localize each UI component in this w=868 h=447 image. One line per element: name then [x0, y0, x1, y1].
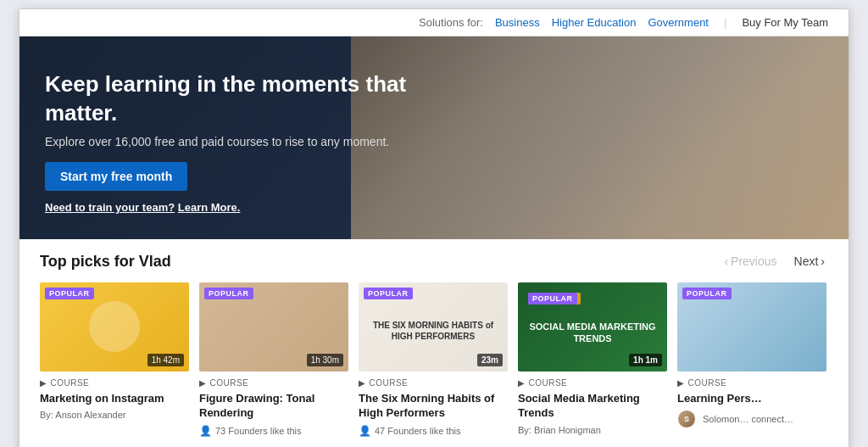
play-icon-3: ▶ [359, 378, 366, 388]
course-thumb-4: FEATURED POPULAR SOCIAL MEDIA MARKETING … [518, 282, 667, 372]
hero-train-text: Need to train your team? [45, 201, 175, 214]
course-author-text-3: 47 Founders like this [375, 426, 461, 436]
course-title-5: Learning Pers… [677, 391, 826, 406]
course-type-2: ▶ COURSE [199, 378, 348, 388]
person-icon-2: 👤 [199, 425, 212, 437]
course-author-text-4: By: Brian Honigman [518, 425, 601, 435]
person-icon-3: 👤 [359, 425, 371, 437]
nav-link-business[interactable]: Business [492, 16, 543, 29]
play-icon-5: ▶ [677, 378, 685, 388]
hero-banner: Keep learning in the moments that matter… [19, 36, 849, 239]
duration-3: 23m [477, 354, 503, 366]
course-author-text-1: By: Anson Alexander [40, 410, 126, 420]
course-type-3: ▶ COURSE [359, 378, 508, 388]
popular-badge-1: POPULAR [45, 288, 94, 299]
hero-cta-button[interactable]: Start my free month [45, 162, 187, 191]
hero-learn-more-link[interactable]: Learn More. [178, 201, 241, 214]
nav-buy-link[interactable]: Buy For My Team [738, 16, 832, 29]
course-type-label-5: COURSE [688, 378, 727, 388]
browser-frame: Solutions for: Business Higher Education… [19, 8, 849, 447]
course-type-label-3: COURSE [370, 378, 409, 388]
play-icon-4: ▶ [518, 378, 526, 388]
popular-badge-4: POPULAR [528, 293, 577, 305]
course-author-1: By: Anson Alexander [40, 410, 189, 420]
top-picks-title: Top picks for Vlad [40, 253, 171, 271]
course-author-3: 👤 47 Founders like this [359, 425, 508, 437]
top-picks-next-button[interactable]: Next › [791, 253, 828, 270]
course-type-label-4: COURSE [529, 378, 568, 388]
solutions-label: Solutions for: [419, 16, 483, 29]
course-author-2: 👤 73 Founders like this [199, 425, 348, 437]
course-thumb-1: POPULAR 1h 42m [40, 282, 189, 372]
next-label: Next [794, 254, 819, 268]
thumb-text-4: SOCIAL MEDIA MARKETING TRENDS [523, 309, 662, 345]
play-icon-2: ▶ [199, 378, 207, 388]
course-title-3: The Six Morning Habits of High Performer… [359, 391, 508, 421]
top-picks-prev-button[interactable]: ‹ Previous [721, 253, 780, 270]
hero-subtext: Explore over 16,000 free and paid course… [45, 135, 435, 148]
popular-badge-5: POPULAR [682, 288, 732, 299]
course-author-5: S Solomon… connect… [677, 410, 826, 428]
course-card-5[interactable]: POPULAR ▶ COURSE Learning Pers… S Solomo… [677, 282, 826, 437]
course-title-4: Social Media Marketing Trends [518, 391, 667, 421]
course-card-3[interactable]: POPULAR THE SIX MORNING HABITS of HIGH P… [359, 282, 508, 437]
popular-badge-2: POPULAR [204, 288, 253, 299]
courses-row: POPULAR 1h 42m ▶ COURSE Marketing on Ins… [40, 282, 828, 437]
avatar-group-5: S [677, 410, 696, 428]
duration-2: 1h 30m [307, 354, 343, 366]
course-type-label-1: COURSE [51, 378, 90, 388]
nav-divider: | [724, 16, 726, 29]
thumb-text-3: THE SIX MORNING HABITS of HIGH PERFORMER… [365, 320, 501, 342]
course-type-5: ▶ COURSE [677, 378, 826, 388]
hero-secondary-cta: Need to train your team? Learn More. [45, 201, 435, 214]
course-thumb-5: POPULAR [677, 282, 826, 372]
course-author-4: By: Brian Honigman [518, 425, 667, 435]
course-type-label-2: COURSE [210, 378, 249, 388]
hero-headline: Keep learning in the moments that matter… [45, 70, 435, 128]
course-author-text-2: 73 Founders like this [215, 426, 302, 436]
course-title-2: Figure Drawing: Tonal Rendering [199, 391, 348, 421]
course-author-text-5: Solomon… connect… [703, 414, 793, 424]
course-thumb-2: POPULAR 1h 30m [199, 282, 348, 372]
top-nav: Solutions for: Business Higher Education… [19, 9, 849, 36]
course-type-1: ▶ COURSE [40, 378, 189, 388]
chevron-left-icon: ‹ [724, 254, 728, 268]
duration-4: 1h 1m [629, 354, 662, 366]
course-type-4: ▶ COURSE [518, 378, 667, 388]
chevron-right-icon: › [821, 254, 825, 268]
nav-link-higher-ed[interactable]: Higher Education [548, 16, 640, 29]
play-icon-1: ▶ [40, 378, 47, 388]
course-card-1[interactable]: POPULAR 1h 42m ▶ COURSE Marketing on Ins… [40, 282, 189, 437]
avatar-1: S [677, 410, 696, 428]
course-thumb-3: POPULAR THE SIX MORNING HABITS of HIGH P… [359, 282, 508, 372]
top-picks-section: Top picks for Vlad ‹ Previous Next › POP… [19, 239, 849, 447]
duration-1: 1h 42m [147, 354, 184, 366]
hero-content: Keep learning in the moments that matter… [45, 70, 435, 214]
popular-badge-3: POPULAR [364, 288, 413, 299]
prev-label: Previous [731, 254, 776, 268]
top-picks-nav: ‹ Previous Next › [721, 253, 828, 270]
top-picks-header: Top picks for Vlad ‹ Previous Next › [40, 253, 828, 271]
course-card-4[interactable]: FEATURED POPULAR SOCIAL MEDIA MARKETING … [518, 282, 667, 437]
nav-link-government[interactable]: Government [644, 16, 712, 29]
course-title-1: Marketing on Instagram [40, 391, 189, 406]
thumb-decoration [89, 301, 140, 352]
course-card-2[interactable]: POPULAR 1h 30m ▶ COURSE Figure Drawing: … [199, 282, 348, 437]
